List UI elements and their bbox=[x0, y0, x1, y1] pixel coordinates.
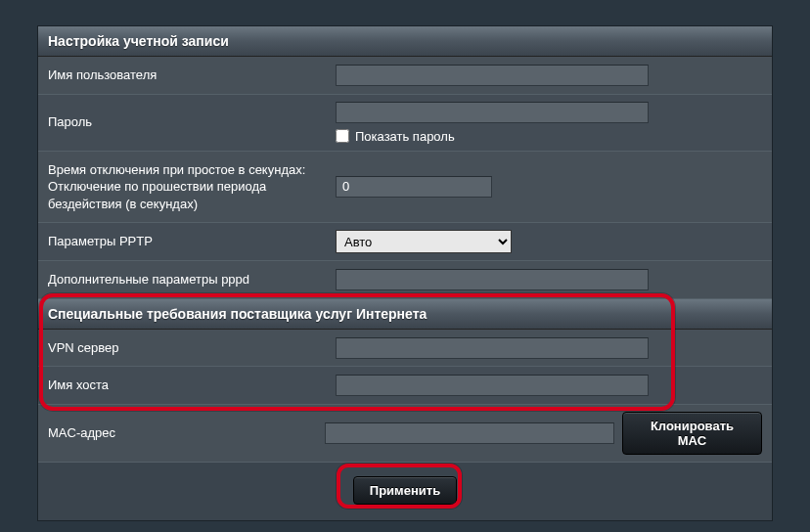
username-input[interactable] bbox=[336, 65, 649, 86]
idle-timeout-input[interactable] bbox=[336, 176, 492, 198]
row-mac-address: MAC-адрес Клонировать MAC bbox=[38, 405, 772, 463]
account-section-header: Настройка учетной записи bbox=[38, 26, 772, 57]
row-pptp: Параметры PPTP Авто bbox=[38, 223, 772, 261]
hostname-label: Имя хоста bbox=[38, 367, 326, 404]
apply-row: Применить bbox=[38, 463, 772, 520]
pppd-input[interactable] bbox=[336, 269, 649, 290]
idle-timeout-label: Время отключения при простое в секундах:… bbox=[38, 152, 326, 223]
pppd-label: Дополнительные параметры pppd bbox=[38, 261, 326, 298]
pptp-label: Параметры PPTP bbox=[38, 223, 326, 260]
show-password-checkbox[interactable] bbox=[336, 129, 349, 143]
pptp-select[interactable]: Авто bbox=[336, 230, 512, 253]
vpn-server-input[interactable] bbox=[336, 337, 649, 359]
vpn-server-label: VPN сервер bbox=[38, 330, 326, 367]
row-pppd: Дополнительные параметры pppd bbox=[38, 261, 772, 299]
row-vpn-server: VPN сервер bbox=[38, 330, 772, 368]
show-password-label: Показать пароль bbox=[355, 129, 455, 144]
hostname-input[interactable] bbox=[336, 375, 649, 396]
row-username: Имя пользователя bbox=[38, 57, 772, 95]
mac-address-label: MAC-адрес bbox=[38, 405, 315, 462]
row-hostname: Имя хоста bbox=[38, 367, 772, 405]
show-password-row: Показать пароль bbox=[336, 129, 762, 144]
row-idle-timeout: Время отключения при простое в секундах:… bbox=[38, 152, 772, 224]
username-label: Имя пользователя bbox=[38, 57, 326, 94]
apply-button[interactable]: Применить bbox=[353, 476, 457, 505]
mac-address-input[interactable] bbox=[325, 422, 614, 444]
isp-section-header: Специальные требования поставщика услуг … bbox=[38, 299, 772, 330]
clone-mac-button[interactable]: Клонировать MAC bbox=[622, 412, 762, 455]
row-password: Пароль Показать пароль bbox=[38, 95, 772, 152]
settings-panel: Настройка учетной записи Имя пользовател… bbox=[37, 25, 773, 521]
password-label: Пароль bbox=[38, 95, 326, 151]
password-input[interactable] bbox=[336, 102, 649, 123]
